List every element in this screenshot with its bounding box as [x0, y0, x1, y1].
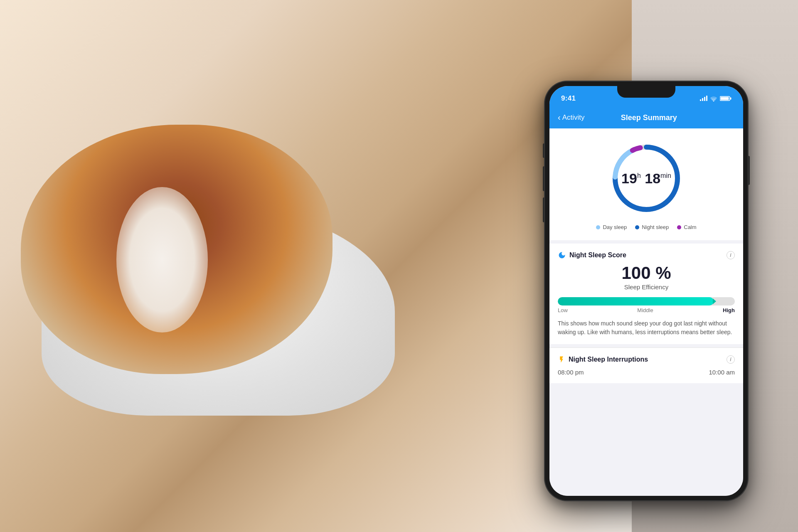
middle-label: Middle: [637, 307, 653, 313]
night-sleep-score-title: Night Sleep Score: [569, 251, 626, 259]
card-header: Night Sleep Score i: [558, 251, 735, 259]
status-time: 9:41: [561, 94, 576, 103]
volume-down-button: [543, 197, 544, 222]
high-label: High: [723, 307, 735, 313]
interruptions-title-row: Night Sleep Interruptions: [558, 355, 648, 364]
back-label: Activity: [562, 113, 585, 122]
interruptions-card-header: Night Sleep Interruptions i: [558, 355, 735, 364]
sleep-description: This shows how much sound sleep your dog…: [558, 319, 735, 337]
scroll-content[interactable]: 19h 18min Day sleep Night sleep: [549, 128, 743, 496]
svg-rect-2: [730, 98, 732, 100]
night-sleep-score-card: Night Sleep Score i 100 % Sleep Efficien…: [549, 244, 743, 344]
interruptions-title: Night Sleep Interruptions: [569, 356, 648, 363]
score-value: 100 %: [558, 264, 735, 282]
info-icon[interactable]: i: [727, 251, 735, 259]
night-sleep-interruptions-card: Night Sleep Interruptions i 08:00 pm 10:…: [549, 348, 743, 383]
day-sleep-label: Day sleep: [603, 224, 627, 230]
phone-device: 9:41: [544, 81, 748, 501]
legend-calm: Calm: [677, 224, 696, 230]
legend-day-sleep: Day sleep: [596, 224, 627, 230]
dog-blaze: [116, 187, 208, 332]
battery-icon: [720, 96, 732, 101]
phone-screen: 9:41: [549, 86, 743, 496]
power-button: [748, 156, 750, 185]
end-time: 10:00 am: [709, 369, 735, 376]
wifi-icon: [710, 96, 717, 101]
calm-dot: [677, 225, 681, 229]
night-sleep-label: Night sleep: [642, 224, 669, 230]
sleep-legend: Day sleep Night sleep Calm: [596, 224, 696, 230]
back-button[interactable]: ‹ Activity: [558, 113, 585, 122]
low-label: Low: [558, 307, 568, 313]
night-sleep-dot: [635, 225, 639, 229]
score-label: Sleep Efficiency: [558, 283, 735, 291]
back-chevron-icon: ‹: [558, 113, 561, 122]
calm-label: Calm: [684, 224, 696, 230]
legend-night-sleep: Night sleep: [635, 224, 669, 230]
sleep-circle-section: 19h 18min Day sleep Night sleep: [549, 128, 743, 240]
volume-up-button: [543, 166, 544, 191]
progress-track: [558, 297, 735, 305]
navigation-bar: ‹ Activity Sleep Summary: [549, 107, 743, 128]
progress-fill: [558, 297, 714, 305]
phone-frame: 9:41: [544, 81, 748, 501]
mute-button: [543, 143, 544, 158]
signal-icon: [700, 96, 707, 101]
start-time: 08:00 pm: [558, 369, 584, 376]
notch: [617, 86, 675, 98]
moon-icon: [558, 251, 566, 259]
progress-labels: Low Middle High: [558, 307, 735, 313]
nav-title: Sleep Summary: [588, 113, 710, 122]
sleep-duration-display: 19h 18min: [621, 170, 671, 187]
lightning-icon: [558, 355, 565, 364]
interruptions-info-icon[interactable]: i: [727, 355, 735, 364]
sleep-circle-container: 19h 18min: [609, 141, 684, 216]
efficiency-progress-container: Low Middle High: [558, 297, 735, 313]
svg-rect-1: [721, 97, 729, 100]
card-title-row: Night Sleep Score: [558, 251, 626, 259]
day-sleep-dot: [596, 225, 600, 229]
interruptions-time-row: 08:00 pm 10:00 am: [558, 369, 735, 376]
sleep-hours: 19h 18min: [621, 170, 671, 186]
progress-indicator: [713, 298, 716, 304]
status-icons: [700, 96, 732, 101]
